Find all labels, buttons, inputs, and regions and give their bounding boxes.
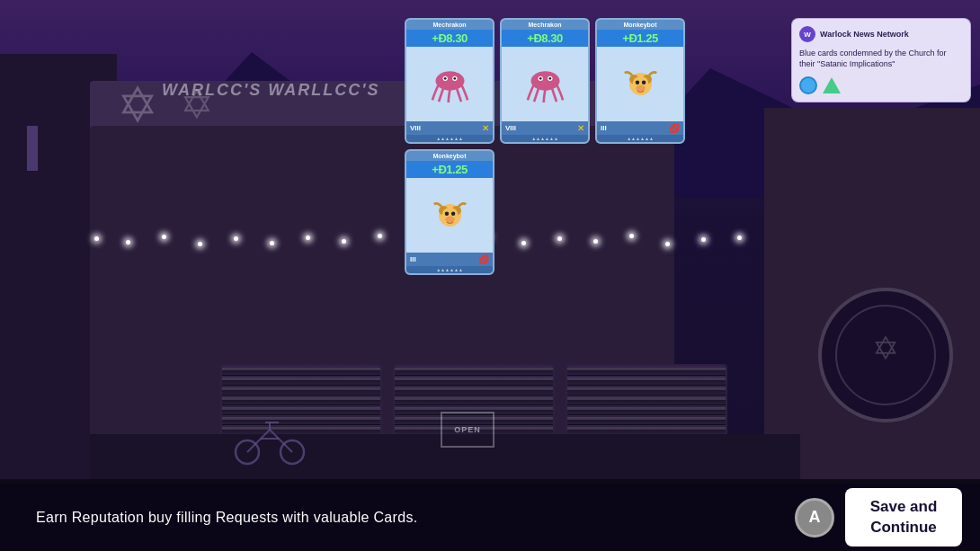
news-body: Blue cards condemned by the Church for t… [799,48,963,69]
svg-point-9 [435,71,464,90]
news-panel: W Warlock News Network Blue cards condem… [791,18,971,102]
card-footer-1: VIII ✕ [406,121,493,135]
news-triangle-icon [823,77,841,93]
open-sign: OPEN [441,412,494,448]
svg-text:✡: ✡ [872,330,899,367]
pentagram-symbol-1: ✡ [117,76,158,134]
card-art-2 [502,47,588,121]
card-value-2: +Ð8.30 [502,30,588,47]
svg-point-25 [636,84,646,91]
card-bottom-4: ▲▲▲▲▲▲ [406,266,493,273]
cards-area: Mechrakon +Ð8.30 VIII ✕ [405,18,701,280]
card-name-3: Monkeybot [597,20,683,30]
card-name-2: Mechrakon [502,20,588,30]
cards-row-2: Monkeybot +Ð1.25 III 💋 [405,149,701,275]
cards-row-1: Mechrakon +Ð8.30 VIII ✕ [405,18,701,144]
card-footer-2: VIII ✕ [502,121,588,135]
svg-point-14 [530,71,559,90]
card-monkeybot-1[interactable]: Monkeybot +Ð1.25 III 💋 [595,18,685,144]
building-left-window [27,126,38,171]
svg-point-31 [450,211,454,215]
card-monkeybot-2[interactable]: Monkeybot +Ð1.25 III 💋 [405,149,494,275]
card-footer-3: III 💋 [597,121,683,135]
card-cross-icon-2: ✕ [577,123,584,133]
a-button[interactable]: A [795,498,834,538]
card-art-4 [406,178,493,253]
save-continue-button[interactable]: Save andContinue [845,488,962,546]
building-clock: ✡ [818,288,953,422]
bottom-right-controls: A Save andContinue [795,488,962,546]
news-logo: W [799,26,815,42]
card-name-1: Mechrakon [406,20,493,30]
hint-text: Earn Reputation buy filling Requests wit… [36,510,417,526]
card-bottom-1: ▲▲▲▲▲▲ [406,135,493,142]
svg-point-18 [548,77,551,80]
card-roman-4: III [410,255,416,263]
card-value-3: +Ð1.25 [597,30,683,47]
bottom-bar: Earn Reputation buy filling Requests wit… [0,484,980,551]
card-cross-icon-1: ✕ [482,123,489,133]
card-bottom-2: ▲▲▲▲▲▲ [502,135,588,142]
card-footer-4: III 💋 [406,253,493,266]
svg-point-12 [443,77,446,80]
card-roman-2: VIII [505,124,516,132]
building-sign: WARLCC'S WARLLCC'S [162,81,380,100]
svg-point-23 [635,80,638,84]
news-icons [799,76,963,94]
card-roman-3: III [601,124,607,132]
svg-point-17 [539,77,541,80]
svg-point-24 [641,80,645,84]
card-mechrakon-2[interactable]: Mechrakon +Ð8.30 VIII ✕ [500,18,590,144]
svg-point-30 [444,211,448,215]
news-circle-icon [799,76,817,94]
card-bottom-3: ▲▲▲▲▲▲ [597,135,683,142]
news-header: W Warlock News Network [799,26,963,42]
bicycle [234,412,306,475]
card-name-4: Monkeybot [406,151,493,161]
card-value-4: +Ð1.25 [406,161,493,178]
card-lip-icon-1: 💋 [669,123,680,133]
card-value-1: +Ð8.30 [406,30,493,47]
news-channel: Warlock News Network [820,30,909,39]
svg-point-13 [453,77,456,80]
card-art-3 [597,47,683,121]
svg-point-32 [445,216,455,222]
card-mechrakon-1[interactable]: Mechrakon +Ð8.30 VIII ✕ [405,18,494,144]
card-roman-1: VIII [410,124,421,132]
card-art-1 [406,47,493,121]
card-lip-icon-2: 💋 [478,254,489,264]
